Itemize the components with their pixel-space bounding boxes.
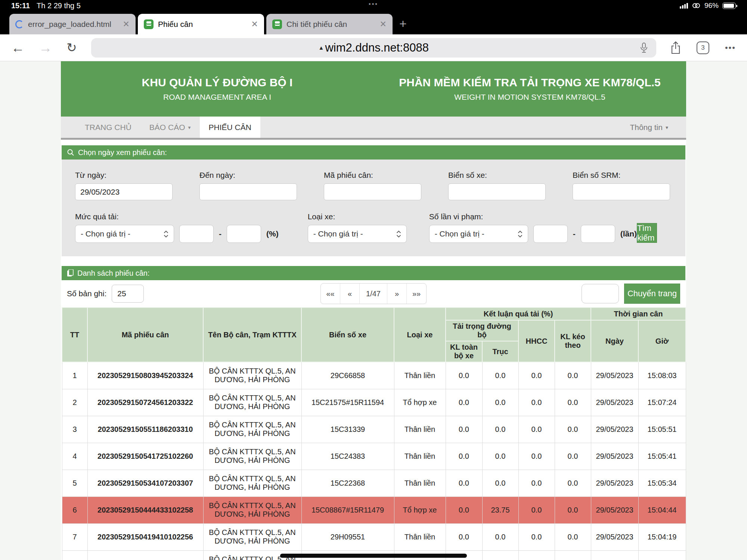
percent-suffix: (%) <box>266 229 279 238</box>
col-header-time: Giờ <box>638 320 686 362</box>
cell-station: BỘ CÂN KTTTX QL.5, AN DƯƠNG, HẢI PHÒNG <box>203 362 301 389</box>
cell-vtype: Thân liền <box>394 416 446 443</box>
nav-item-trang-chu[interactable]: TRANG CHỦ <box>76 117 140 138</box>
nav-label: Thông tin <box>630 123 663 132</box>
reload-button[interactable]: ↻ <box>66 41 77 54</box>
cell-kl: 0.0 <box>446 389 482 416</box>
cell-plate: 29H09551 <box>301 523 394 550</box>
close-icon[interactable]: ✕ <box>123 19 130 29</box>
cell-tt: 3 <box>62 416 87 443</box>
cell-axle: 0.0 <box>482 550 518 560</box>
filter-panel: Từ ngày: 29/05/2023 Đến ngày: Mã phiếu c… <box>62 160 685 256</box>
tab-bar: error_page_loaded.html ✕ Phiếu cân ✕ Chi… <box>0 11 747 34</box>
pager-first-button[interactable]: «« <box>321 284 340 304</box>
tab-title: Phiếu cân <box>158 20 247 29</box>
select-chevrons-icon <box>396 231 401 238</box>
table-row[interactable]: 4 20230529150541725102260 BỘ CÂN KTTTX Q… <box>62 443 686 470</box>
tab-title: Chi tiết phiếu cân <box>286 20 375 29</box>
cell-date: 29/05/2023 <box>591 416 638 443</box>
goto-page-button[interactable]: Chuyển trang <box>624 284 680 304</box>
plate-input[interactable] <box>448 183 546 200</box>
list-section-header: Danh sách phiếu cân: <box>62 266 685 280</box>
col-header-kl-tow: KL kéo theo <box>555 320 591 362</box>
overload-max-input[interactable] <box>227 225 261 243</box>
vehicle-type-select[interactable]: - Chọn giá trị - <box>308 225 407 243</box>
forward-button[interactable]: → <box>39 41 52 55</box>
cell-vtype: Thân liền <box>394 443 446 470</box>
overload-select[interactable]: - Chọn giá trị - <box>75 225 174 243</box>
table-row-highlighted[interactable]: 6 20230529150444433102258 BỘ CÂN KTTTX Q… <box>62 496 686 523</box>
url-text: wim2.ddns.net:8088 <box>325 41 428 55</box>
table-row[interactable]: 2 20230529150724561203322 BỘ CÂN KTTTX Q… <box>62 389 686 416</box>
status-date: Th 2 29 thg 5 <box>37 1 81 10</box>
cell-date: 29/05/2023 <box>591 470 638 496</box>
col-header-vtype: Loại xe <box>394 307 446 362</box>
violation-min-input[interactable] <box>533 225 568 243</box>
cell-code: 20230529150551186203310 <box>87 416 203 443</box>
cell-tow: 0.0 <box>555 416 591 443</box>
ticket-code-input[interactable] <box>324 183 421 200</box>
nav-label: TRANG CHỦ <box>85 123 131 132</box>
new-tab-button[interactable]: + <box>399 17 407 30</box>
cell-plate: 15C22368 <box>301 470 394 496</box>
cell-plate: 15C24383 <box>301 443 394 470</box>
violation-select[interactable]: - Chọn giá trị - <box>429 225 528 243</box>
cellular-signal-icon <box>680 3 688 9</box>
search-button[interactable]: Tìm kiếm <box>637 223 657 243</box>
back-button[interactable]: ← <box>11 41 25 55</box>
web-page: KHU QUẢN LÝ ĐƯỜNG BỘ I ROAD MANAGEMENT A… <box>0 61 747 560</box>
srm-plate-input[interactable] <box>573 183 670 200</box>
list-controls: Số bản ghi: 25 «« « 1/47 » »» Chuyển tra… <box>61 280 686 307</box>
nav-item-thong-tin[interactable]: Thông tin ▾ <box>630 117 686 138</box>
close-icon[interactable]: ✕ <box>380 19 387 29</box>
share-icon[interactable] <box>670 41 681 55</box>
microphone-icon[interactable] <box>640 42 648 53</box>
plate-label: Biển số xe: <box>448 171 546 180</box>
table-row[interactable]: 5 20230529150534107203307 BỘ CÂN KTTTX Q… <box>62 470 686 496</box>
browser-toolbar: ← → ↻ ▲ wim2.ddns.net:8088 3 ••• <box>0 34 747 61</box>
pager-prev-button[interactable]: « <box>340 284 360 304</box>
home-indicator[interactable] <box>280 554 467 558</box>
table-row[interactable]: 7 20230529150419410102256 BỘ CÂN KTTTX Q… <box>62 523 686 550</box>
cell-tt: 1 <box>62 362 87 389</box>
tab-chi-tiet[interactable]: Chi tiết phiếu cân ✕ <box>266 14 393 34</box>
address-bar[interactable]: ▲ wim2.ddns.net:8088 <box>91 38 656 58</box>
cell-tt: 5 <box>62 470 87 496</box>
cell-tt: 4 <box>62 443 87 470</box>
cell-plate: 29C66858 <box>301 362 394 389</box>
pager-next-button[interactable]: » <box>387 284 407 304</box>
records-per-page-input[interactable]: 25 <box>112 285 144 303</box>
overload-min-input[interactable] <box>179 225 214 243</box>
col-header-conclusion: Kết luận quá tải (%) <box>446 307 591 320</box>
to-date-input[interactable] <box>199 183 297 200</box>
tab-phieu-can[interactable]: Phiếu cân ✕ <box>138 14 264 34</box>
ticket-code-label: Mã phiếu cân: <box>324 171 421 180</box>
insecure-site-icon: ▲ <box>319 44 324 51</box>
from-date-input[interactable]: 29/05/2023 <box>75 183 173 200</box>
cell-date: 29/05/2023 <box>591 443 638 470</box>
cell-station: BỘ CÂN KTTTX QL.5, AN DƯƠNG, HẢI PHÒNG <box>203 470 301 496</box>
nav-item-bao-cao[interactable]: BÁO CÁO ▾ <box>140 117 200 138</box>
status-time: 15:11 <box>11 1 30 10</box>
cell-time: 15:05:41 <box>638 443 686 470</box>
app-title-vi: PHẦN MỀM KIỂM TRA TẢI TRỌNG XE KM78/QL.5 <box>399 76 661 89</box>
select-value: - Chọn giá trị - <box>435 229 484 238</box>
status-bar: 15:11 Th 2 29 thg 5 ••• 96% <box>0 0 747 11</box>
cell-vtype: Tổ hợp xe <box>394 389 446 416</box>
overload-label: Mức quá tải: <box>75 212 279 221</box>
goto-page-input[interactable] <box>582 284 619 303</box>
browser-menu-icon[interactable]: ••• <box>725 43 736 53</box>
pager-last-button[interactable]: »» <box>407 284 426 304</box>
close-icon[interactable]: ✕ <box>251 19 258 29</box>
cell-tt: 2 <box>62 389 87 416</box>
col-header-tt: TT <box>62 307 87 362</box>
table-row[interactable]: 1 20230529150803945203324 BỘ CÂN KTTTX Q… <box>62 362 686 389</box>
table-row[interactable]: 3 20230529150551186203310 BỘ CÂN KTTTX Q… <box>62 416 686 443</box>
col-header-kl-total: KL toàn bộ xe <box>446 341 482 362</box>
nav-item-phieu-can[interactable]: PHIẾU CÂN <box>200 117 260 138</box>
tab-error-page[interactable]: error_page_loaded.html ✕ <box>9 14 136 34</box>
tab-overview-button[interactable]: 3 <box>697 41 709 54</box>
violation-max-input[interactable] <box>581 225 615 243</box>
cell-time: 15:04:19 <box>638 523 686 550</box>
col-header-plate: Biển số xe <box>301 307 394 362</box>
